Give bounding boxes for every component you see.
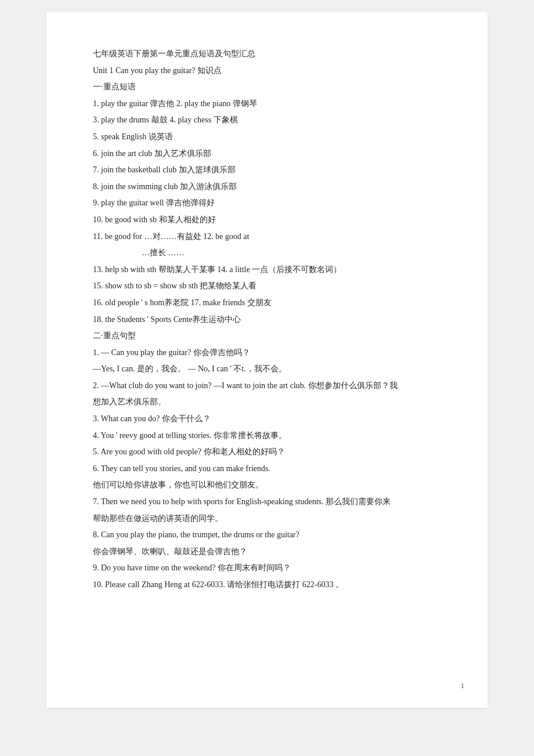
sentence-item-1b: —Yes, I can. 是的，我会。 — No, I can ' 不t.，我不… bbox=[93, 361, 441, 377]
phrase-item-2: 3. play the drums 敲鼓 4. play chess 下象棋 bbox=[93, 113, 441, 128]
sentence-item-6b: 他们可以给你讲故事，你也可以和他们交朋友。 bbox=[93, 478, 441, 493]
sentence-item-10: 10. Please call Zhang Heng at 622-6033. … bbox=[93, 577, 441, 593]
sentence-item-7b: 帮助那些在做运动的讲英语的同学。 bbox=[93, 511, 441, 527]
sentence-item-3: 3. What can you do? 你会干什么？ bbox=[93, 411, 441, 427]
phrase-item-5: 7. join the basketball club 加入篮球俱乐部 bbox=[93, 162, 441, 178]
page-number: 1 bbox=[461, 681, 465, 690]
phrase-item-3: 5. speak English 说英语 bbox=[93, 129, 441, 145]
sentence-item-2a: 2. —What club do you want to join? —I wa… bbox=[93, 378, 441, 394]
sentence-item-4: 4. You ' reevy good at telling stories. … bbox=[93, 428, 441, 444]
sentence-item-6a: 6. They can tell you stories, and you ca… bbox=[93, 461, 441, 477]
phrase-item-6: 8. join the swimming club 加入游泳俱乐部 bbox=[93, 179, 441, 195]
section1-heading: 一·重点短语 bbox=[93, 79, 441, 95]
phrase-item-9b: …擅长 …… bbox=[93, 245, 441, 261]
phrase-item-13: 18. the Students ' Sports Cente养生运动中心 bbox=[93, 312, 441, 328]
phrase-item-10: 13. help sb with sth 帮助某人干某事 14. a littl… bbox=[93, 262, 441, 278]
sentence-item-1a: 1. — Can you play the guitar? 你会弹吉他吗？ bbox=[93, 345, 441, 361]
unit-title: Unit 1 Can you play the guitar? 知识点 bbox=[93, 63, 441, 79]
sentence-item-8a: 8. Can you play the piano, the trumpet, … bbox=[93, 527, 441, 543]
phrase-item-12: 16. old people ' s hom养老院 17. make frien… bbox=[93, 295, 441, 311]
sentence-item-2b: 想加入艺术俱乐部。 bbox=[93, 395, 441, 410]
phrase-item-4: 6. join the art club 加入艺术俱乐部 bbox=[93, 146, 441, 162]
document-content: 七年级英语下册第一单元重点短语及句型汇总 Unit 1 Can you play… bbox=[93, 46, 441, 593]
document-title: 七年级英语下册第一单元重点短语及句型汇总 bbox=[93, 46, 441, 62]
section2-heading: 二·重点句型 bbox=[93, 328, 441, 344]
phrase-item-8: 10. be good with sb 和某人相处的好 bbox=[93, 212, 441, 228]
phrase-item-11: 15. show sth to sb = show sb sth 把某物给某人看 bbox=[93, 278, 441, 294]
phrase-item-7: 9. play the guitar well 弹吉他弹得好 bbox=[93, 196, 441, 211]
phrase-item-1: 1. play the guitar 弹吉他 2. play the piano… bbox=[93, 96, 441, 112]
sentence-item-7a: 7. Then we need you to help with sports … bbox=[93, 494, 441, 510]
sentence-item-9: 9. Do you have time on the weekend? 你在周末… bbox=[93, 560, 441, 576]
document-page: 七年级英语下册第一单元重点短语及句型汇总 Unit 1 Can you play… bbox=[46, 12, 488, 708]
sentence-item-5: 5. Are you good with old people? 你和老人相处的… bbox=[93, 444, 441, 460]
sentence-item-8b: 你会弹钢琴、吹喇叭、敲鼓还是会弹吉他？ bbox=[93, 544, 441, 560]
phrase-item-9a: 11. be good for …对……有益处 12. be good at bbox=[93, 229, 441, 245]
